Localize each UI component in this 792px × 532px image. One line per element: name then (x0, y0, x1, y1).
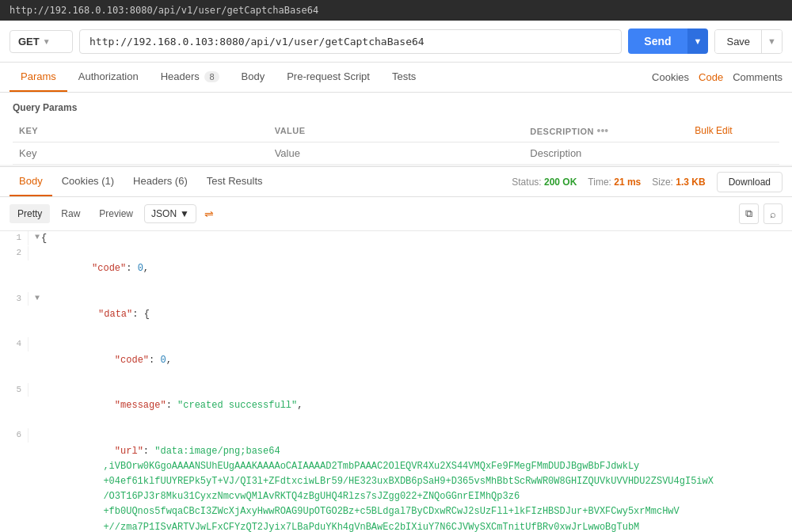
format-tab-pretty[interactable]: Pretty (10, 204, 50, 223)
search-button[interactable]: ⌕ (763, 203, 782, 224)
time-label: Time: 21 ms (588, 177, 641, 188)
copy-button[interactable]: ⧉ (739, 203, 759, 224)
format-bar: Pretty Raw Preview JSON ▼ ⇌ ⧉ ⌕ (0, 197, 792, 231)
tab-response-body[interactable]: Body (10, 167, 52, 196)
method-chevron-icon: ▼ (43, 37, 51, 46)
query-params-title: Query Params (13, 102, 779, 113)
format-select[interactable]: JSON ▼ (144, 204, 196, 223)
time-value: 21 ms (614, 177, 641, 188)
format-label: JSON (151, 208, 177, 219)
key-input[interactable] (19, 147, 262, 159)
format-tab-raw[interactable]: Raw (53, 204, 88, 223)
response-status: Status: 200 OK Time: 21 ms Size: 1.3 KB … (512, 172, 782, 192)
status-label: Status: 200 OK (512, 177, 577, 188)
code-link[interactable]: Code (699, 71, 723, 83)
status-value: 200 OK (544, 177, 577, 188)
table-row (13, 142, 779, 165)
save-button[interactable]: Save (715, 30, 761, 53)
query-params-section: Query Params KEY VALUE DESCRIPTION ••• B… (0, 93, 792, 165)
col-key: KEY (13, 120, 268, 142)
tab-authorization[interactable]: Authorization (67, 63, 150, 92)
format-tab-preview[interactable]: Preview (91, 204, 141, 223)
url-input[interactable] (79, 29, 622, 54)
comments-link[interactable]: Comments (733, 71, 782, 83)
tab-headers[interactable]: Headers 8 (150, 63, 230, 92)
send-dropdown-button[interactable]: ▼ (687, 28, 709, 54)
tabs-right: Cookies Code Comments (652, 71, 782, 83)
bulk-edit-button[interactable]: Bulk Edit (695, 125, 732, 136)
code-line-2: 2 "code": 0, (0, 246, 792, 292)
params-table: KEY VALUE DESCRIPTION ••• Bulk Edit (13, 120, 779, 165)
more-options-button[interactable]: ••• (597, 124, 609, 137)
window-url: http://192.168.0.103:8080/api/v1/user/ge… (10, 5, 318, 16)
wrap-icon[interactable]: ⇌ (204, 207, 214, 220)
description-input[interactable] (530, 147, 773, 159)
tab-body[interactable]: Body (230, 63, 276, 92)
col-actions: Bulk Edit (688, 120, 779, 142)
tab-pre-request-script[interactable]: Pre-request Script (276, 63, 381, 92)
format-chevron-icon: ▼ (180, 208, 189, 219)
size-value: 1.3 KB (676, 177, 705, 188)
save-dropdown-button[interactable]: ▼ (761, 30, 782, 53)
value-input[interactable] (275, 147, 518, 159)
tab-params[interactable]: Params (10, 63, 67, 92)
col-value: VALUE (268, 120, 524, 142)
tab-response-cookies[interactable]: Cookies (1) (52, 167, 124, 196)
method-select[interactable]: GET ▼ (10, 30, 73, 53)
cookies-link[interactable]: Cookies (652, 71, 689, 83)
send-button-group: Send ▼ (628, 28, 708, 54)
response-tabs-bar: Body Cookies (1) Headers (6) Test Result… (0, 166, 792, 197)
send-button[interactable]: Send (628, 28, 687, 54)
tab-response-test-results[interactable]: Test Results (197, 167, 272, 196)
code-line-6: 6 "url": "data:image/png;base64 ,iVBOrw0… (0, 428, 792, 532)
size-label: Size: 1.3 KB (652, 177, 705, 188)
method-label: GET (18, 36, 40, 48)
col-description: DESCRIPTION ••• (524, 120, 688, 142)
code-line-5: 5 "message": "created successfull", (0, 383, 792, 429)
code-line-1: 1 ▼ { (0, 231, 792, 246)
tab-response-headers[interactable]: Headers (6) (124, 167, 197, 196)
request-bar: GET ▼ Send ▼ Save ▼ (0, 21, 792, 63)
code-line-3: 3 ▼ "data": { (0, 292, 792, 338)
tab-tests[interactable]: Tests (381, 63, 427, 92)
download-button[interactable]: Download (717, 172, 782, 192)
code-area: 1 ▼ { 2 "code": 0, 3 ▼ "data": { 4 "code… (0, 231, 792, 532)
request-tabs-bar: Params Authorization Headers 8 Body Pre-… (0, 63, 792, 93)
code-line-4: 4 "code": 0, (0, 337, 792, 383)
format-actions: ⧉ ⌕ (739, 203, 782, 224)
save-button-group: Save ▼ (714, 29, 782, 54)
title-bar: http://192.168.0.103:8080/api/v1/user/ge… (0, 0, 792, 21)
